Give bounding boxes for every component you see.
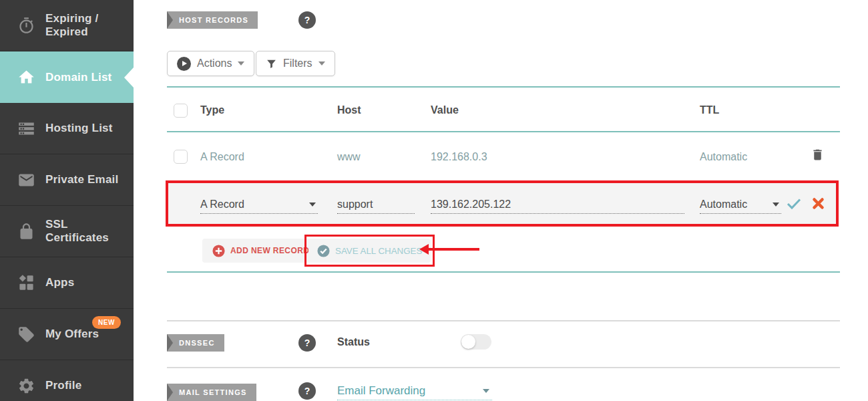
- record-type-value: A Record: [200, 198, 244, 211]
- mail-settings-section-label: MAIL SETTINGS: [167, 384, 256, 401]
- annotation-arrow: [419, 244, 479, 255]
- sidebar-item-label: Hosting List: [45, 122, 113, 135]
- gear-icon: [17, 377, 35, 395]
- select-all-checkbox[interactable]: [174, 104, 188, 118]
- x-icon: [812, 197, 825, 210]
- dnssec-status-toggle[interactable]: [461, 334, 491, 350]
- sidebar: Expiring / Expired Domain List Hosting L…: [0, 0, 134, 401]
- sidebar-item-label: Expiring / Expired: [45, 12, 134, 39]
- sidebar-item-label: Apps: [45, 276, 74, 289]
- divider: [167, 367, 840, 368]
- record-host-value: support: [337, 198, 373, 211]
- chevron-down-icon: [238, 61, 244, 65]
- check-circle-icon: [317, 245, 330, 257]
- add-new-record-button[interactable]: ADD NEW RECORD: [202, 239, 319, 263]
- sidebar-item-label: Profile: [45, 379, 81, 392]
- column-header-value: Value: [431, 104, 459, 116]
- save-all-changes-label: SAVE ALL CHANGES: [335, 246, 422, 256]
- home-icon: [17, 68, 35, 86]
- sidebar-item-label: My Offers: [45, 327, 99, 341]
- sidebar-item-ssl-certificates[interactable]: SSL Certificates: [0, 206, 134, 257]
- toggle-knob: [461, 335, 475, 349]
- plus-circle-icon: [212, 245, 225, 257]
- sidebar-item-apps[interactable]: Apps: [0, 257, 134, 309]
- main-content: HOST RECORDS ? Actions Filters Type Host…: [134, 0, 868, 401]
- play-icon: [177, 57, 191, 71]
- dnssec-status-label: Status: [337, 336, 370, 348]
- sidebar-item-expiring-expired[interactable]: Expiring / Expired: [0, 0, 134, 51]
- envelope-icon: [17, 171, 35, 189]
- help-icon[interactable]: ?: [298, 334, 316, 352]
- mail-settings-select[interactable]: Email Forwarding: [337, 382, 492, 400]
- sidebar-item-my-offers[interactable]: My Offers NEW: [0, 309, 134, 360]
- editing-record-row-annotation-highlight: A Record support 139.162.205.122 Automat…: [166, 180, 839, 227]
- divider: [167, 320, 840, 321]
- domain-management-page: Expiring / Expired Domain List Hosting L…: [0, 0, 868, 401]
- record-host-input[interactable]: support: [337, 195, 415, 214]
- chevron-down-icon: [318, 61, 325, 65]
- record-type-select[interactable]: A Record: [200, 195, 318, 214]
- column-header-host: Host: [337, 104, 361, 116]
- sidebar-item-hosting-list[interactable]: Hosting List: [0, 103, 134, 154]
- divider: [167, 86, 840, 88]
- save-all-changes-button[interactable]: SAVE ALL CHANGES: [308, 239, 431, 263]
- record-host-cell: www: [337, 151, 361, 163]
- tag-icon: [17, 325, 35, 344]
- mail-settings-selected-option: Email Forwarding: [337, 384, 425, 398]
- record-value-input[interactable]: 139.162.205.122: [431, 195, 684, 214]
- host-records-section-label: HOST RECORDS: [167, 11, 258, 29]
- column-header-ttl: TTL: [700, 104, 719, 116]
- lock-icon: [17, 223, 35, 241]
- annotation-box-save: SAVE ALL CHANGES: [304, 235, 435, 267]
- record-value-cell: 192.168.0.3: [431, 151, 487, 163]
- actions-button-label: Actions: [197, 57, 232, 70]
- help-icon[interactable]: ?: [298, 11, 316, 29]
- delete-record-button[interactable]: [811, 147, 825, 164]
- sidebar-item-profile[interactable]: Profile: [0, 360, 134, 401]
- filters-button-label: Filters: [283, 57, 312, 70]
- server-icon: [17, 120, 35, 138]
- sidebar-item-label: Private Email: [45, 173, 118, 186]
- add-new-record-label: ADD NEW RECORD: [230, 246, 309, 255]
- help-icon[interactable]: ?: [298, 382, 316, 400]
- actions-button[interactable]: Actions: [167, 51, 254, 76]
- timer-icon: [17, 17, 35, 35]
- new-badge: NEW: [92, 316, 121, 329]
- record-value-value: 139.162.205.122: [431, 198, 511, 211]
- record-ttl-cell: Automatic: [700, 151, 747, 163]
- record-ttl-select[interactable]: Automatic: [700, 195, 781, 214]
- row-checkbox[interactable]: [174, 150, 188, 164]
- column-header-type: Type: [200, 104, 224, 116]
- record-type-cell: A Record: [200, 151, 244, 163]
- chevron-down-icon: [309, 203, 316, 207]
- cancel-record-button[interactable]: [812, 197, 825, 212]
- trash-icon: [811, 147, 825, 162]
- dnssec-section-label: DNSSEC: [167, 334, 224, 352]
- chevron-down-icon: [483, 389, 489, 393]
- sidebar-item-label: SSL Certificates: [45, 218, 134, 245]
- filters-button[interactable]: Filters: [256, 51, 335, 76]
- divider: [167, 131, 840, 132]
- sidebar-item-label: Domain List: [45, 71, 112, 84]
- check-icon: [787, 198, 801, 210]
- divider: [167, 271, 840, 273]
- funnel-icon: [266, 58, 277, 70]
- active-item-notch: [124, 68, 134, 88]
- apps-icon: [17, 274, 35, 292]
- sidebar-item-private-email[interactable]: Private Email: [0, 154, 134, 206]
- chevron-down-icon: [773, 203, 779, 207]
- record-ttl-value: Automatic: [700, 198, 747, 211]
- sidebar-item-domain-list[interactable]: Domain List: [0, 51, 134, 103]
- confirm-record-button[interactable]: [787, 198, 801, 212]
